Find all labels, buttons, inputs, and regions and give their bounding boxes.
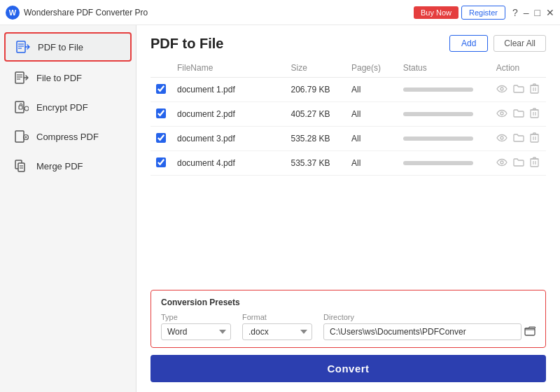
row-filename: document 2.pdf	[172, 102, 285, 127]
delete-icon[interactable]	[530, 83, 539, 96]
sidebar-item-pdf-to-file[interactable]: PDF to File	[4, 32, 132, 62]
action-icons	[496, 83, 540, 96]
type-label: Type	[161, 313, 231, 321]
row-pages: All	[346, 78, 398, 102]
action-icons	[496, 132, 540, 145]
row-status	[398, 151, 491, 176]
sidebar: PDF to File File to PDF	[0, 25, 136, 392]
maximize-icon[interactable]: □	[535, 7, 540, 18]
preview-icon[interactable]	[496, 84, 507, 95]
app-logo: W	[6, 6, 20, 20]
row-action	[491, 102, 546, 127]
svg-point-22	[500, 112, 503, 115]
status-bar	[403, 88, 473, 92]
folder-icon[interactable]	[513, 84, 524, 95]
sidebar-item-compress-pdf[interactable]: Compress PDF	[4, 123, 132, 150]
content-header: PDF to File Add Clear All	[136, 25, 560, 59]
col-header-check	[150, 59, 172, 78]
svg-rect-11	[15, 131, 24, 142]
register-button[interactable]: Register	[461, 6, 505, 20]
table-row: document 2.pdf 405.27 KB All	[150, 102, 546, 127]
row-filename: document 1.pdf	[172, 78, 285, 102]
directory-input-row	[323, 323, 536, 340]
directory-label: Directory	[323, 313, 536, 321]
preview-icon[interactable]	[496, 108, 507, 120]
sidebar-item-label-compress-pdf: Compress PDF	[36, 132, 99, 142]
window-controls: ? – □ ✕	[512, 7, 554, 18]
row-pages: All	[346, 102, 398, 127]
row-status	[398, 127, 491, 151]
row-checkbox[interactable]	[156, 158, 166, 167]
row-size: 535.37 KB	[285, 151, 345, 176]
table-row: document 4.pdf 535.37 KB All	[150, 151, 546, 176]
col-header-filename: FileName	[172, 59, 285, 78]
row-size: 535.28 KB	[285, 127, 345, 151]
encrypt-pdf-icon	[14, 101, 29, 113]
format-group: Format .docx .doc .rtf	[242, 313, 312, 340]
col-header-pages: Page(s)	[346, 59, 398, 78]
svg-rect-28	[531, 134, 538, 142]
help-icon[interactable]: ?	[512, 7, 518, 18]
presets-row: Type Word Excel PowerPoint Text Image Fo…	[161, 313, 536, 340]
row-size: 405.27 KB	[285, 102, 345, 127]
col-header-status: Status	[398, 59, 491, 78]
svg-rect-18	[531, 85, 538, 93]
browse-icon[interactable]	[524, 326, 536, 338]
row-size: 206.79 KB	[285, 78, 345, 102]
sidebar-item-merge-pdf[interactable]: Merge PDF	[4, 153, 132, 179]
svg-point-27	[500, 136, 503, 139]
clear-button[interactable]: Clear All	[493, 35, 546, 52]
folder-icon[interactable]	[513, 108, 524, 120]
row-checkbox-cell[interactable]	[150, 151, 172, 176]
main-layout: PDF to File File to PDF	[0, 25, 560, 392]
row-checkbox[interactable]	[156, 108, 166, 118]
table-row: document 3.pdf 535.28 KB All	[150, 127, 546, 151]
col-header-size: Size	[285, 59, 345, 78]
format-select[interactable]: .docx .doc .rtf	[242, 323, 312, 340]
type-group: Type Word Excel PowerPoint Text Image	[161, 313, 231, 340]
format-label: Format	[242, 313, 312, 321]
folder-icon[interactable]	[513, 133, 524, 144]
presets-title: Conversion Presets	[161, 298, 536, 307]
titlebar-left: W Wondershare PDF Converter Pro	[6, 6, 148, 20]
sidebar-item-label-pdf-to-file: PDF to File	[38, 42, 83, 52]
preview-icon[interactable]	[496, 133, 507, 144]
titlebar: W Wondershare PDF Converter Pro Buy Now …	[0, 0, 560, 25]
col-header-action: Action	[491, 59, 546, 78]
file-table: FileName Size Page(s) Status Action docu…	[150, 59, 546, 176]
folder-icon[interactable]	[513, 158, 524, 169]
add-button[interactable]: Add	[449, 35, 488, 52]
sidebar-item-file-to-pdf[interactable]: File to PDF	[4, 64, 132, 91]
preview-icon[interactable]	[496, 158, 507, 169]
row-checkbox-cell[interactable]	[150, 102, 172, 127]
sidebar-item-encrypt-pdf[interactable]: Encrypt PDF	[4, 94, 132, 120]
header-buttons: Add Clear All	[449, 35, 546, 52]
close-icon[interactable]: ✕	[546, 7, 554, 18]
svg-point-32	[500, 161, 503, 164]
delete-icon[interactable]	[530, 132, 539, 145]
minimize-icon[interactable]: –	[524, 7, 529, 18]
content-area: PDF to File Add Clear All FileName Size …	[136, 25, 560, 392]
type-select[interactable]: Word Excel PowerPoint Text Image	[161, 323, 231, 340]
app-title: Wondershare PDF Converter Pro	[24, 8, 148, 18]
row-checkbox[interactable]	[156, 133, 166, 143]
svg-rect-0	[17, 41, 25, 52]
convert-section: Convert	[136, 355, 560, 392]
directory-input[interactable]	[323, 323, 522, 340]
svg-rect-14	[18, 163, 24, 172]
sidebar-item-label-file-to-pdf: File to PDF	[36, 73, 82, 83]
pdf-to-file-icon	[15, 41, 31, 53]
row-checkbox[interactable]	[156, 84, 166, 94]
status-bar	[403, 136, 473, 141]
row-checkbox-cell[interactable]	[150, 78, 172, 102]
delete-icon[interactable]	[530, 108, 539, 120]
row-filename: document 3.pdf	[172, 127, 285, 151]
svg-rect-33	[531, 159, 538, 167]
row-checkbox-cell[interactable]	[150, 127, 172, 151]
row-action	[491, 151, 546, 176]
row-action	[491, 127, 546, 151]
delete-icon[interactable]	[530, 157, 539, 169]
sidebar-item-label-merge-pdf: Merge PDF	[36, 161, 83, 172]
buy-button[interactable]: Buy Now	[414, 6, 458, 19]
convert-button[interactable]: Convert	[150, 355, 546, 382]
